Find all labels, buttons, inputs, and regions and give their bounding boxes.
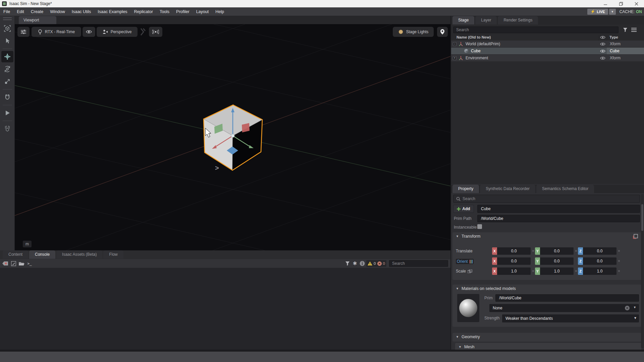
strength-dropdown[interactable]: Weaker than Descendants ▼ xyxy=(502,314,639,322)
reset-dot[interactable] xyxy=(575,270,577,272)
menu-tools[interactable]: Tools xyxy=(156,7,173,16)
tree-row-world[interactable]: − World (defaultPrim) Xform xyxy=(451,41,644,47)
move-tool-button[interactable] xyxy=(1,51,13,62)
command-prompt-icon[interactable]: >_ xyxy=(26,260,33,267)
menu-file[interactable]: File xyxy=(0,7,13,16)
waypoint-button[interactable] xyxy=(437,27,448,37)
menu-layout[interactable]: Layout xyxy=(193,7,212,16)
cursor-select-tool-button[interactable] xyxy=(1,35,13,47)
column-name[interactable]: Name (Old to New) xyxy=(457,35,491,39)
tab-synthetic-data-recorder[interactable]: Synthetic Data Recorder xyxy=(480,185,535,193)
reset-dot[interactable] xyxy=(618,270,620,272)
tab-property[interactable]: Property xyxy=(452,185,479,193)
tree-row-cube[interactable]: Cube Cube xyxy=(451,48,644,54)
tab-content[interactable]: Content xyxy=(3,250,28,259)
tab-isaac-assets[interactable]: Isaac Assets (Beta) xyxy=(56,250,102,259)
translate-z-field[interactable]: Z0.0 xyxy=(578,247,616,255)
materials-section-header[interactable]: ▼ Materials on selected models xyxy=(452,285,641,293)
transform-section-header[interactable]: ▼ Transform xyxy=(452,232,641,240)
scale-y-field[interactable]: Y1.0 xyxy=(535,267,574,275)
maximize-button[interactable] xyxy=(613,0,629,7)
options-menu-icon[interactable] xyxy=(631,28,637,32)
filter-icon[interactable] xyxy=(623,27,628,32)
viewport-settings-button[interactable] xyxy=(17,27,30,37)
scrollbar-thumb[interactable] xyxy=(641,204,643,231)
menu-isaac-examples[interactable]: Isaac Examples xyxy=(94,7,130,16)
stage-lights-dropdown[interactable]: Stage Lights xyxy=(393,27,434,37)
menu-isaac-utils[interactable]: Isaac Utils xyxy=(68,7,95,16)
gizmo-expand-chevron-icon[interactable]: > xyxy=(215,164,219,172)
translate-y-field[interactable]: Y0.0 xyxy=(535,247,574,255)
console-search-input[interactable] xyxy=(389,260,448,267)
orient-y-field[interactable]: Y0.0 xyxy=(535,257,574,265)
collapse-icon[interactable]: − xyxy=(453,42,457,46)
tab-viewport[interactable]: Viewport xyxy=(19,16,56,24)
toolbar-grip[interactable] xyxy=(3,19,12,20)
geometry-section-header[interactable]: ▼ Geometry xyxy=(452,333,641,341)
mesh-section-header[interactable]: ▼ Mesh xyxy=(455,343,641,350)
tab-flow[interactable]: Flow xyxy=(103,250,123,259)
minimize-button[interactable] xyxy=(598,0,613,7)
console-filter-icon[interactable] xyxy=(344,260,351,267)
prim-name[interactable]: World (defaultPrim) xyxy=(466,42,500,46)
tab-render-settings[interactable]: Render Settings xyxy=(498,16,538,24)
scale-x-field[interactable]: X1.0 xyxy=(492,267,531,275)
dropdown-chevron-icon[interactable]: ▼ xyxy=(633,306,636,309)
property-scrollbar[interactable] xyxy=(641,194,644,348)
scale-tool-button[interactable] xyxy=(1,76,13,87)
translate-x-field[interactable]: X0.0 xyxy=(492,247,531,255)
tab-stage[interactable]: Stage xyxy=(452,16,474,24)
viewport-3d[interactable]: > RTX - Real-Time Perspective Stage Ligh… xyxy=(15,24,450,250)
clear-console-button[interactable] xyxy=(2,260,9,267)
camera-dropdown[interactable]: Perspective xyxy=(97,27,138,37)
expand-icon[interactable]: + xyxy=(453,56,457,60)
menu-replicator[interactable]: Replicator xyxy=(131,7,156,16)
menu-create[interactable]: Create xyxy=(28,7,47,16)
reset-dot[interactable] xyxy=(618,250,620,252)
transform-stack-icon[interactable] xyxy=(633,234,638,239)
orient-x-field[interactable]: X0.0 xyxy=(492,257,531,265)
verbose-asterisk-icon[interactable]: ✱ xyxy=(352,260,358,267)
instanceable-checkbox[interactable] xyxy=(477,224,482,229)
snap-magnet-tool-button[interactable] xyxy=(1,92,13,103)
menu-edit[interactable]: Edit xyxy=(13,7,28,16)
log-counts[interactable]: 0 0 xyxy=(366,260,386,267)
add-property-button[interactable]: Add xyxy=(453,205,474,213)
select-frame-tool-button[interactable] xyxy=(1,23,13,34)
prim-path-field[interactable] xyxy=(477,215,640,222)
toolbar-grip[interactable] xyxy=(3,17,12,18)
live-sync-viewport-button[interactable] xyxy=(149,27,162,37)
console-output[interactable] xyxy=(0,268,450,350)
play-button[interactable] xyxy=(1,107,13,119)
orient-z-field[interactable]: Z0.0 xyxy=(578,257,616,265)
prim-name-field[interactable] xyxy=(477,205,640,213)
reset-dot[interactable] xyxy=(618,260,620,262)
reset-dot[interactable] xyxy=(575,250,577,252)
link-scale-icon[interactable] xyxy=(468,269,472,273)
menu-window[interactable]: Window xyxy=(47,7,68,16)
tab-console[interactable]: Console xyxy=(29,250,55,259)
open-log-folder-button[interactable] xyxy=(18,260,25,267)
stage-search-input[interactable] xyxy=(453,26,619,33)
material-prim-field[interactable] xyxy=(495,294,639,302)
menu-profiler[interactable]: Profiler xyxy=(173,7,193,16)
property-search[interactable] xyxy=(453,195,640,203)
column-type[interactable]: Type xyxy=(609,35,618,39)
physics-drop-tool-button[interactable] xyxy=(1,123,13,134)
tab-layer[interactable]: Layer xyxy=(475,16,497,24)
live-dropdown-chevron-icon[interactable]: ▼ xyxy=(609,9,616,15)
close-button[interactable] xyxy=(629,0,644,7)
prim-name[interactable]: Environment xyxy=(466,56,488,60)
renderer-dropdown[interactable]: RTX - Real-Time xyxy=(32,27,81,37)
visibility-eye-icon[interactable] xyxy=(599,55,607,61)
dropdown-chevron-icon[interactable]: ▼ xyxy=(634,316,637,320)
reset-dot[interactable] xyxy=(532,250,534,252)
rotate-tool-button[interactable] xyxy=(1,63,13,75)
visibility-eye-icon[interactable] xyxy=(599,41,607,47)
menu-help[interactable]: Help xyxy=(212,7,227,16)
visibility-button[interactable] xyxy=(83,27,95,37)
tree-row-environment[interactable]: + Environment Xform xyxy=(451,55,644,61)
material-select-dropdown[interactable]: None ▼ xyxy=(489,304,639,312)
tab-semantics-schema-editor[interactable]: Semantics Schema Editor xyxy=(536,185,594,193)
reset-dot[interactable] xyxy=(532,270,534,272)
